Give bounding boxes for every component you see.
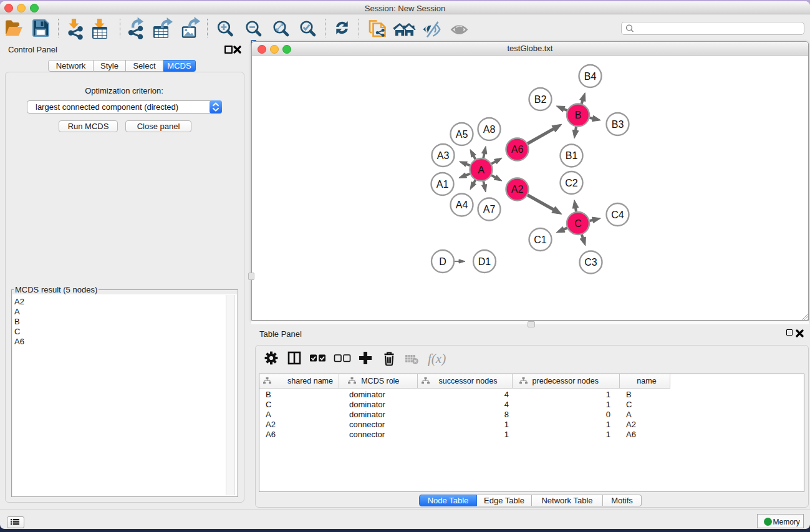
svg-text:C3: C3 [584, 257, 597, 268]
svg-text:D: D [439, 256, 446, 267]
svg-text:A: A [478, 165, 485, 175]
svg-text:A5: A5 [456, 129, 468, 140]
svg-text:B2: B2 [534, 94, 547, 105]
svg-text:C4: C4 [611, 210, 624, 220]
svg-text:B: B [575, 110, 582, 120]
svg-text:A4: A4 [456, 200, 468, 210]
svg-text:C: C [574, 218, 582, 229]
svg-text:B1: B1 [566, 150, 578, 161]
svg-text:A8: A8 [483, 124, 496, 135]
svg-text:A6: A6 [511, 144, 524, 155]
svg-text:C1: C1 [534, 235, 547, 245]
svg-text:B4: B4 [584, 71, 597, 82]
svg-text:A1: A1 [436, 179, 449, 190]
svg-text:A3: A3 [437, 150, 450, 161]
svg-text:A2: A2 [511, 184, 524, 195]
svg-text:D1: D1 [478, 256, 491, 267]
svg-text:B3: B3 [612, 119, 624, 130]
svg-text:C2: C2 [565, 178, 578, 188]
svg-text:A7: A7 [483, 204, 496, 215]
